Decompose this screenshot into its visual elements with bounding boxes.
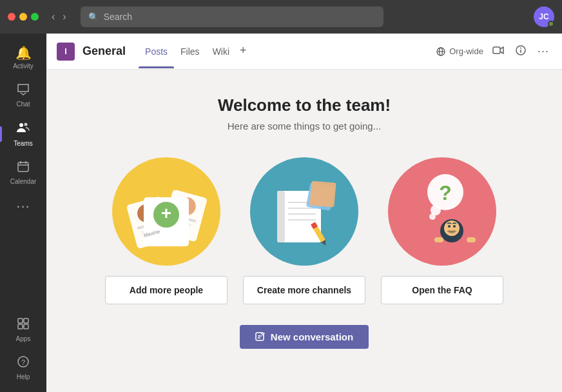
header-actions: Org-wide ··· bbox=[436, 42, 552, 61]
add-people-illustration: + Maxine bbox=[112, 157, 220, 266]
info-icon bbox=[516, 45, 526, 55]
svg-text:?: ? bbox=[439, 181, 452, 204]
app-body: 🔔 Activity Chat Teams bbox=[0, 34, 562, 392]
online-badge bbox=[548, 21, 554, 27]
org-wide-button[interactable]: Org-wide bbox=[436, 46, 483, 56]
svg-rect-8 bbox=[18, 324, 23, 329]
new-conversation-label: New conversation bbox=[271, 331, 353, 342]
video-button[interactable] bbox=[490, 43, 507, 60]
video-icon bbox=[492, 46, 504, 55]
help-icon: ? bbox=[17, 355, 30, 371]
main-content: Welcome to the team! Here are some thing… bbox=[46, 70, 562, 392]
tab-add-button[interactable]: + bbox=[236, 44, 251, 59]
sidebar-label-apps: Apps bbox=[16, 335, 31, 342]
channels-svg bbox=[259, 166, 349, 257]
search-bar[interactable]: 🔍 Search bbox=[81, 6, 383, 27]
channels-illustration bbox=[250, 157, 358, 266]
sidebar-item-chat[interactable]: Chat bbox=[0, 76, 46, 114]
tab-files[interactable]: Files bbox=[174, 44, 206, 59]
search-icon: 🔍 bbox=[88, 12, 99, 22]
faq-svg: ? bbox=[397, 166, 487, 257]
open-faq-button[interactable]: Open the FAQ bbox=[381, 276, 503, 304]
svg-rect-51 bbox=[467, 237, 476, 242]
welcome-title: Welcome to the team! bbox=[218, 95, 391, 115]
avatar[interactable]: JC bbox=[534, 6, 554, 27]
search-placeholder: Search bbox=[104, 12, 132, 22]
sidebar-label-help: Help bbox=[17, 373, 30, 380]
title-bar: ‹ › 🔍 Search JC bbox=[0, 0, 562, 34]
minimize-button[interactable] bbox=[19, 13, 27, 21]
svg-rect-2 bbox=[18, 162, 28, 172]
teams-icon bbox=[16, 121, 30, 138]
forward-button[interactable]: › bbox=[60, 10, 68, 24]
svg-text:+: + bbox=[161, 203, 171, 223]
create-channels-button[interactable]: Create more channels bbox=[243, 276, 365, 304]
svg-point-44 bbox=[429, 213, 436, 220]
svg-point-47 bbox=[444, 220, 460, 236]
sidebar-item-apps[interactable]: Apps bbox=[16, 311, 31, 349]
avatar-initials: JC bbox=[539, 12, 548, 21]
sidebar-item-calendar[interactable]: Calendar bbox=[0, 153, 46, 191]
svg-point-49 bbox=[453, 225, 456, 228]
svg-point-1 bbox=[24, 123, 28, 126]
apps-icon bbox=[17, 317, 30, 333]
svg-rect-9 bbox=[24, 324, 28, 329]
svg-text:?: ? bbox=[21, 358, 25, 366]
globe-icon bbox=[436, 47, 445, 56]
calendar-icon bbox=[17, 160, 30, 176]
sidebar-label-activity: Activity bbox=[13, 63, 34, 70]
svg-rect-15 bbox=[493, 47, 500, 54]
faq-illustration: ? bbox=[388, 157, 496, 266]
sidebar-item-activity[interactable]: 🔔 Activity bbox=[0, 39, 46, 76]
back-button[interactable]: ‹ bbox=[49, 10, 57, 24]
traffic-lights bbox=[8, 13, 39, 21]
svg-rect-50 bbox=[434, 237, 443, 242]
svg-rect-7 bbox=[24, 318, 28, 323]
info-button[interactable] bbox=[513, 43, 528, 61]
card-create-channels: Create more channels bbox=[243, 157, 365, 304]
channel-name: General bbox=[82, 44, 126, 58]
svg-rect-6 bbox=[18, 318, 23, 323]
team-icon: I bbox=[57, 43, 75, 61]
more-icon: ··· bbox=[16, 198, 30, 215]
nav-arrows: ‹ › bbox=[49, 10, 69, 24]
sidebar-label-chat: Chat bbox=[16, 101, 30, 108]
welcome-subtitle: Here are some things to get going... bbox=[228, 121, 381, 132]
close-button[interactable] bbox=[8, 13, 15, 21]
org-wide-label: Org-wide bbox=[449, 46, 483, 56]
card-add-people: + Maxine Add more people bbox=[105, 157, 228, 304]
sidebar-item-more[interactable]: ··· bbox=[0, 191, 46, 223]
new-conversation-button[interactable]: New conversation bbox=[240, 325, 369, 349]
cards-row: + Maxine Add more people bbox=[105, 157, 503, 304]
sidebar-label-teams: Teams bbox=[14, 140, 32, 147]
card-open-faq: ? bbox=[381, 157, 503, 304]
sidebar: 🔔 Activity Chat Teams bbox=[0, 34, 46, 392]
sidebar-item-help[interactable]: ? Help bbox=[16, 349, 31, 387]
tab-posts[interactable]: Posts bbox=[139, 44, 174, 59]
svg-rect-38 bbox=[309, 181, 336, 207]
content-area: I General Posts Files Wiki + Org-wide bbox=[46, 34, 562, 392]
tab-wiki[interactable]: Wiki bbox=[206, 44, 236, 59]
channel-tabs: Posts Files Wiki + bbox=[139, 44, 251, 59]
svg-point-48 bbox=[448, 225, 451, 228]
add-people-button[interactable]: Add more people bbox=[105, 276, 228, 304]
maximize-button[interactable] bbox=[31, 13, 39, 21]
sidebar-label-calendar: Calendar bbox=[10, 178, 37, 185]
sidebar-bottom: Apps ? Help bbox=[16, 311, 31, 392]
chat-icon bbox=[17, 83, 30, 99]
channel-header: I General Posts Files Wiki + Org-wide bbox=[46, 34, 562, 70]
svg-rect-32 bbox=[277, 191, 285, 242]
svg-point-18 bbox=[520, 47, 521, 48]
sidebar-item-teams[interactable]: Teams bbox=[0, 114, 46, 153]
svg-point-0 bbox=[19, 123, 23, 127]
activity-icon: 🔔 bbox=[15, 45, 32, 61]
more-options-button[interactable]: ··· bbox=[535, 42, 552, 61]
compose-icon bbox=[255, 332, 266, 342]
add-people-svg: + Maxine bbox=[121, 166, 211, 257]
